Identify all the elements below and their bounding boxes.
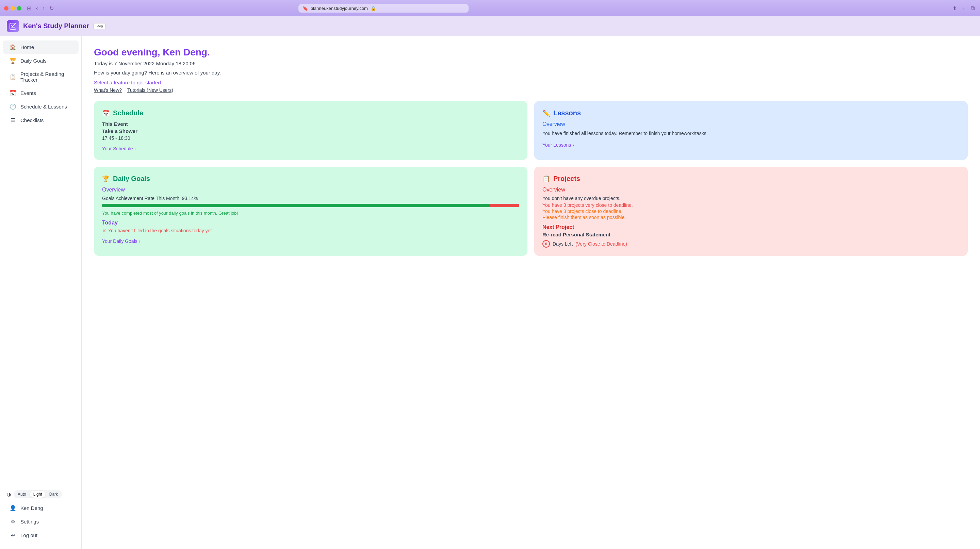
theme-auto[interactable]: Auto <box>14 491 30 498</box>
schedule-card-header: 📅 Schedule <box>102 109 519 117</box>
tutorials-link[interactable]: Tutorials (New Users) <box>127 87 173 93</box>
close-button[interactable] <box>4 6 8 11</box>
projects-card-icon: 📋 <box>542 175 550 182</box>
goals-rate-text: Goals Achievement Rate This Month: 93.14… <box>102 195 519 201</box>
back-button[interactable]: ‹ <box>35 4 39 13</box>
goals-overview-label: Overview <box>102 187 519 193</box>
goals-card: 🏆 Daily Goals Overview Goals Achievement… <box>94 167 527 256</box>
sidebar-item-checklists[interactable]: ☰ Checklists <box>3 114 79 127</box>
progress-fill <box>102 204 490 207</box>
sidebar-item-events[interactable]: 📅 Events <box>3 86 79 100</box>
minimize-button[interactable] <box>11 6 15 11</box>
lessons-card: ✏️ Lessons Overview You have finished al… <box>534 101 968 160</box>
goals-warning-text: You haven't filled in the goals situatio… <box>108 228 213 233</box>
site-icon: 🔖 <box>302 6 308 11</box>
sidebar-bottom: ◑ Auto Light Dark 👤 Ken Deng ⚙ Settings … <box>0 485 81 545</box>
settings-icon: ⚙ <box>10 518 16 525</box>
sidebar-toggle[interactable]: ⊞ <box>25 4 33 13</box>
next-project-name: Re-read Personal Statement <box>542 232 959 237</box>
deadline-row: 0 Days Left (Very Close to Deadline) <box>542 240 959 248</box>
sidebar-label-settings: Settings <box>21 519 39 525</box>
logout-icon: ↩ <box>10 532 16 538</box>
user-icon: 👤 <box>10 505 16 511</box>
progress-remaining <box>490 204 519 207</box>
goals-success-text: You have completed most of your daily go… <box>102 211 519 216</box>
theme-options: Auto Light Dark <box>14 490 62 498</box>
sidebar-label-home: Home <box>21 44 34 50</box>
projects-overview-label: Overview <box>542 187 959 193</box>
sidebar-item-schedule[interactable]: 🕐 Schedule & Lessons <box>3 100 79 113</box>
cards-grid: 📅 Schedule This Event Take a Shower 17:4… <box>94 101 968 256</box>
sidebar-label-logout: Log out <box>21 532 37 538</box>
projects-card-header: 📋 Projects <box>542 175 959 182</box>
browser-nav: ⊞ ‹ › ↻ <box>25 4 55 13</box>
theme-dark[interactable]: Dark <box>46 491 61 498</box>
goals-card-header: 🏆 Daily Goals <box>102 175 519 182</box>
lessons-link[interactable]: Your Lessons › <box>542 142 574 148</box>
home-icon: 🏠 <box>10 44 16 50</box>
next-project-label: Next Project <box>542 224 959 230</box>
refresh-button[interactable]: ↻ <box>48 4 55 13</box>
theme-switcher: ◑ Auto Light Dark <box>0 487 81 501</box>
lessons-overview-label: Overview <box>542 121 959 127</box>
checklists-icon: ☰ <box>10 117 16 124</box>
sidebar-label-projects: Projects & Reading Tracker <box>21 71 72 83</box>
main-content: Good evening, Ken Deng. Today is 7 Novem… <box>82 36 980 549</box>
projects-icon: 📋 <box>10 74 16 80</box>
greeting-text: Good evening, Ken Deng. <box>94 47 968 58</box>
lessons-card-header: ✏️ Lessons <box>542 109 959 117</box>
feature-link[interactable]: Select a feature to get started. <box>94 79 968 86</box>
address-bar[interactable]: 🔖 planner.kenstudyjourney.com 🔒 <box>298 4 469 13</box>
sidebar-item-projects[interactable]: 📋 Projects & Reading Tracker <box>3 68 79 86</box>
maximize-button[interactable] <box>17 6 21 11</box>
sidebar-label-daily-goals: Daily Goals <box>21 58 47 63</box>
sidebar-label-checklists: Checklists <box>21 117 43 123</box>
goals-card-title: Daily Goals <box>113 175 150 182</box>
schedule-card-title: Schedule <box>113 109 143 117</box>
app-title: Ken's Study Planner <box>23 22 89 30</box>
sidebar-item-settings[interactable]: ⚙ Settings <box>3 515 79 528</box>
schedule-card: 📅 Schedule This Event Take a Shower 17:4… <box>94 101 527 160</box>
schedule-link[interactable]: Your Schedule › <box>102 146 136 151</box>
whats-new-link[interactable]: What's New? <box>94 87 122 93</box>
sidebar-item-home[interactable]: 🏠 Home <box>3 40 79 54</box>
share-button[interactable]: ⬆ <box>951 4 958 13</box>
lessons-overview-text: You have finished all lessons today. Rem… <box>542 130 959 137</box>
schedule-event-time: 17:45 - 18:30 <box>102 135 519 141</box>
sidebar-label-user: Ken Deng <box>21 505 43 511</box>
browser-actions: ⬆ + ⧉ <box>951 4 976 13</box>
projects-no-overdue: You don't have any overdue projects. <box>542 195 959 201</box>
new-tab-button[interactable]: + <box>961 4 967 13</box>
sidebar-label-schedule: Schedule & Lessons <box>21 104 67 109</box>
projects-very-close: You have 3 projects very close to deadli… <box>542 202 959 208</box>
schedule-icon: 🕐 <box>10 103 16 110</box>
days-left-text: Days Left <box>553 241 573 247</box>
goals-card-icon: 🏆 <box>102 175 110 182</box>
sidebar: 🏠 Home 🏆 Daily Goals 📋 Projects & Readin… <box>0 36 82 549</box>
goals-link[interactable]: Your Daily Goals › <box>102 238 140 244</box>
tabs-button[interactable]: ⧉ <box>969 4 976 13</box>
ipv6-badge: IPv6 <box>93 23 105 29</box>
warning-x-icon: ✕ <box>102 228 106 233</box>
projects-card: 📋 Projects Overview You don't have any o… <box>534 167 968 256</box>
schedule-card-icon: 📅 <box>102 109 110 117</box>
schedule-event-name: Take a Shower <box>102 128 519 134</box>
traffic-lights <box>4 6 21 11</box>
sidebar-item-logout[interactable]: ↩ Log out <box>3 528 79 542</box>
progress-bar <box>102 204 519 207</box>
very-close-badge: (Very Close to Deadline) <box>576 241 627 247</box>
schedule-this-event-label: This Event <box>102 121 519 127</box>
date-info: Today is 7 November 2022 Monday 18:20:06 <box>94 60 968 66</box>
days-left-circle: 0 <box>542 240 550 248</box>
sidebar-item-user[interactable]: 👤 Ken Deng <box>3 501 79 515</box>
theme-light[interactable]: Light <box>30 491 46 498</box>
trophy-icon: 🏆 <box>10 57 16 64</box>
app-header: Ken's Study Planner IPv6 <box>0 16 980 36</box>
sidebar-nav: 🏠 Home 🏆 Daily Goals 📋 Projects & Readin… <box>0 40 81 478</box>
app-body: 🏠 Home 🏆 Daily Goals 📋 Projects & Readin… <box>0 36 980 549</box>
sidebar-divider <box>5 481 76 481</box>
projects-note: Please finish them as soon as possible. <box>542 215 959 220</box>
sidebar-item-daily-goals[interactable]: 🏆 Daily Goals <box>3 54 79 67</box>
forward-button[interactable]: › <box>41 4 46 13</box>
url-text: planner.kenstudyjourney.com <box>311 6 368 11</box>
